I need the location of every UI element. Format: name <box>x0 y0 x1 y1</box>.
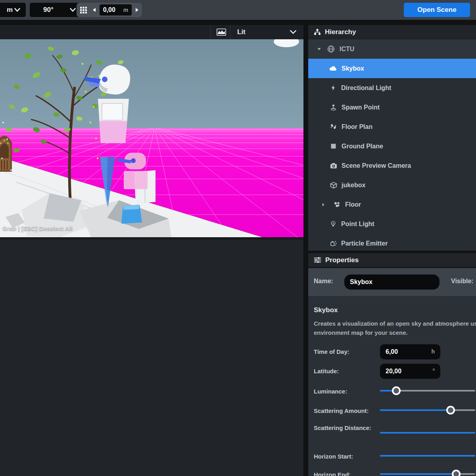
horizon-end-label: Horizon End: <box>314 471 351 476</box>
scattering-distance-label: Scattering Distance: <box>314 424 373 432</box>
hierarchy-panel: ICTU Skybox Directional Light Spawn Poin… <box>308 39 476 251</box>
divider-vertical <box>303 25 308 476</box>
globe-icon <box>327 45 335 53</box>
node-cluster-icon <box>334 201 340 208</box>
spawn-marker-icon <box>330 104 337 111</box>
latitude-unit: ° <box>432 368 435 374</box>
hierarchy-row-ground-plane[interactable]: Ground Plane <box>308 136 476 156</box>
hierarchy-tree-icon <box>314 29 321 35</box>
slider-fill <box>380 455 475 457</box>
properties-header: Properties <box>308 253 476 267</box>
hierarchy-row-scene-preview-camera[interactable]: Scene Preview Camera <box>308 156 476 175</box>
luminance-slider[interactable] <box>380 386 475 395</box>
grid-step-group: 0,00 m <box>77 3 142 17</box>
scene-viewport[interactable]: Grab | [ESC] Deselect All <box>0 39 303 237</box>
stats-chart-icon <box>217 29 226 36</box>
unit-dropdown-value: m <box>7 6 13 14</box>
hierarchy-row-floor[interactable]: Floor <box>308 195 476 214</box>
slider-fill <box>380 473 456 475</box>
particle-emitter-icon <box>330 240 337 247</box>
model-library-panel: Search by Sketchfab | Privacy Policy <box>0 240 303 476</box>
hierarchy-row-jukebox[interactable]: jukebox <box>308 175 476 195</box>
caret-down-icon[interactable] <box>317 46 322 52</box>
horizon-end-slider[interactable] <box>380 470 475 476</box>
chevron-down-icon <box>290 30 296 34</box>
hierarchy-item-label: Floor <box>345 201 361 208</box>
scene-pedestal <box>98 99 129 143</box>
step-value-field[interactable]: 0,00 m <box>100 4 132 15</box>
hierarchy-header: Hierarchy <box>308 25 476 39</box>
properties-body: Skybox Creates a visualization of an ope… <box>308 296 476 476</box>
component-title: Skybox <box>314 306 338 314</box>
hierarchy-row-skybox[interactable]: Skybox <box>308 59 476 78</box>
hierarchy-row-floor-plan[interactable]: Floor Plan <box>308 117 476 136</box>
viewport-mode-bar: Lit <box>0 25 303 39</box>
arrow-left-icon <box>92 8 96 12</box>
divider <box>210 25 211 39</box>
shading-mode-value: Lit <box>237 28 246 36</box>
hierarchy-item-label: Scene Preview Camera <box>342 162 411 169</box>
step-increase-button[interactable] <box>133 4 140 15</box>
slider-handle[interactable] <box>452 470 461 476</box>
hierarchy-row-directional-light[interactable]: Directional Light <box>308 78 476 98</box>
scene-sky <box>0 39 303 134</box>
scattering-amount-slider[interactable] <box>380 406 475 415</box>
angle-dropdown-value: 90° <box>43 6 54 14</box>
hierarchy-item-label: Directional Light <box>341 84 391 92</box>
top-toolbar: m 90° 0,00 m Open Scene <box>0 0 476 20</box>
step-decrease-button[interactable] <box>91 4 98 15</box>
name-input[interactable] <box>344 274 440 290</box>
properties-title: Properties <box>325 256 359 264</box>
arrow-right-icon <box>135 8 139 12</box>
hierarchy-item-label: Floor Plan <box>342 123 372 131</box>
component-description: Creates a visualization of an open sky a… <box>314 319 476 337</box>
scene-jukebox <box>0 136 12 172</box>
latitude-input[interactable] <box>380 364 440 379</box>
grid-snap-button[interactable] <box>78 4 89 15</box>
chevron-down-icon <box>70 8 76 12</box>
scene-blue-box <box>121 205 142 224</box>
luminance-label: Luminance: <box>314 388 347 395</box>
stats-button[interactable] <box>213 25 229 39</box>
toolbar-divider <box>0 20 476 25</box>
shading-mode-dropdown[interactable]: Lit <box>230 25 303 39</box>
chevron-down-icon <box>14 8 20 12</box>
time-of-day-label: Time of Day: <box>314 348 349 355</box>
slider-handle[interactable] <box>392 386 401 395</box>
camera-icon <box>330 162 337 169</box>
open-scene-button[interactable]: Open Scene <box>404 3 470 17</box>
hierarchy-item-label: Skybox <box>342 65 364 72</box>
cube-model-icon <box>330 182 337 189</box>
hierarchy-item-label: Point Light <box>341 221 374 228</box>
properties-sliders-icon <box>314 257 321 263</box>
time-of-day-field[interactable]: h <box>380 344 440 359</box>
slider-fill <box>380 432 475 434</box>
angle-dropdown[interactable]: 90° <box>30 3 82 17</box>
caret-right-icon[interactable] <box>321 202 326 207</box>
hierarchy-row-particle-emitter[interactable]: Particle Emitter <box>308 234 476 253</box>
name-label: Name: <box>314 278 333 285</box>
hierarchy-row-root[interactable]: ICTU <box>308 39 476 59</box>
visible-label: Visible: <box>451 278 474 285</box>
step-unit: m <box>123 7 128 13</box>
hierarchy-item-label: Ground Plane <box>342 143 383 150</box>
horizon-start-label: Horizon Start: <box>314 453 353 460</box>
hierarchy-row-spawn-point[interactable]: Spawn Point <box>308 98 476 117</box>
grid-icon <box>80 6 87 14</box>
hierarchy-item-label: jukebox <box>342 182 365 189</box>
properties-name-row: Name: Visible: <box>308 268 476 296</box>
footprints-icon <box>330 123 337 130</box>
latitude-field[interactable]: ° <box>380 364 440 379</box>
slider-handle[interactable] <box>446 406 455 415</box>
hierarchy-item-label: Particle Emitter <box>341 240 388 247</box>
horizon-start-slider[interactable] <box>380 451 475 460</box>
hierarchy-title: Hierarchy <box>325 28 356 36</box>
hierarchy-row-point-light[interactable]: Point Light <box>308 214 476 234</box>
latitude-label: Latitude: <box>314 368 339 374</box>
slider-fill <box>380 409 451 411</box>
unit-dropdown[interactable]: m <box>0 3 26 17</box>
hierarchy-root-label: ICTU <box>340 46 354 53</box>
scattering-distance-slider[interactable] <box>380 428 475 437</box>
viewport-hint-text: Grab | [ESC] Deselect All <box>2 225 73 232</box>
light-bulb-icon <box>330 221 336 227</box>
